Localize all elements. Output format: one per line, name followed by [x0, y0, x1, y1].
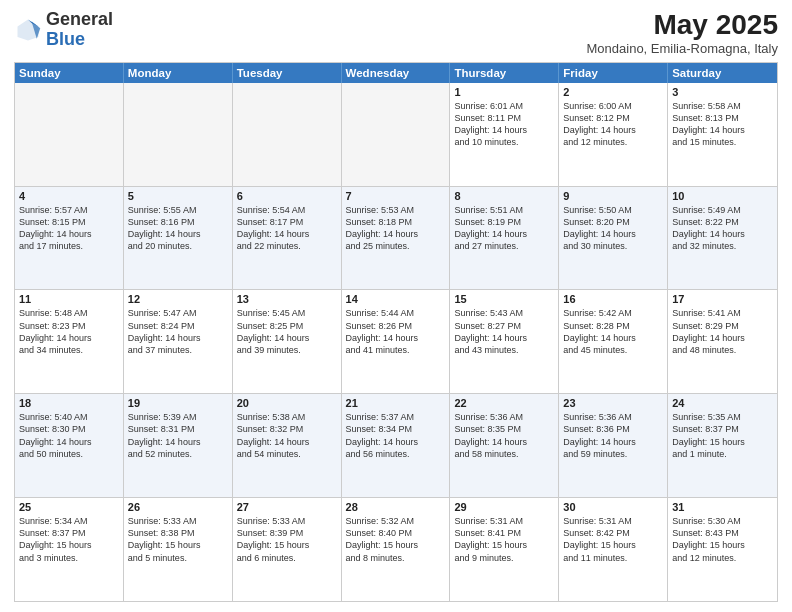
cell-info: Sunrise: 5:36 AM Sunset: 8:35 PM Dayligh…: [454, 411, 554, 460]
day-number: 13: [237, 293, 337, 305]
calendar-cell-r3-c2: 20Sunrise: 5:38 AM Sunset: 8:32 PM Dayli…: [233, 394, 342, 497]
header-tuesday: Tuesday: [233, 63, 342, 83]
calendar-row-0: 1Sunrise: 6:01 AM Sunset: 8:11 PM Daylig…: [15, 83, 777, 187]
day-number: 4: [19, 190, 119, 202]
cell-info: Sunrise: 5:36 AM Sunset: 8:36 PM Dayligh…: [563, 411, 663, 460]
calendar-row-4: 25Sunrise: 5:34 AM Sunset: 8:37 PM Dayli…: [15, 498, 777, 601]
cell-info: Sunrise: 5:31 AM Sunset: 8:41 PM Dayligh…: [454, 515, 554, 564]
cell-info: Sunrise: 5:45 AM Sunset: 8:25 PM Dayligh…: [237, 307, 337, 356]
header-sunday: Sunday: [15, 63, 124, 83]
header-monday: Monday: [124, 63, 233, 83]
calendar-cell-r4-c1: 26Sunrise: 5:33 AM Sunset: 8:38 PM Dayli…: [124, 498, 233, 601]
cell-info: Sunrise: 5:30 AM Sunset: 8:43 PM Dayligh…: [672, 515, 773, 564]
day-number: 29: [454, 501, 554, 513]
calendar-cell-r3-c1: 19Sunrise: 5:39 AM Sunset: 8:31 PM Dayli…: [124, 394, 233, 497]
header: General Blue May 2025 Mondaino, Emilia-R…: [14, 10, 778, 56]
calendar-cell-r1-c3: 7Sunrise: 5:53 AM Sunset: 8:18 PM Daylig…: [342, 187, 451, 290]
calendar-cell-r1-c2: 6Sunrise: 5:54 AM Sunset: 8:17 PM Daylig…: [233, 187, 342, 290]
calendar-cell-r1-c1: 5Sunrise: 5:55 AM Sunset: 8:16 PM Daylig…: [124, 187, 233, 290]
logo-text: General Blue: [46, 10, 113, 50]
cell-info: Sunrise: 5:40 AM Sunset: 8:30 PM Dayligh…: [19, 411, 119, 460]
calendar-cell-r0-c5: 2Sunrise: 6:00 AM Sunset: 8:12 PM Daylig…: [559, 83, 668, 186]
header-friday: Friday: [559, 63, 668, 83]
calendar-cell-r0-c2: [233, 83, 342, 186]
cell-info: Sunrise: 5:35 AM Sunset: 8:37 PM Dayligh…: [672, 411, 773, 460]
calendar-cell-r0-c4: 1Sunrise: 6:01 AM Sunset: 8:11 PM Daylig…: [450, 83, 559, 186]
cell-info: Sunrise: 5:49 AM Sunset: 8:22 PM Dayligh…: [672, 204, 773, 253]
logo-blue: Blue: [46, 29, 85, 49]
day-number: 10: [672, 190, 773, 202]
day-number: 14: [346, 293, 446, 305]
calendar-cell-r3-c6: 24Sunrise: 5:35 AM Sunset: 8:37 PM Dayli…: [668, 394, 777, 497]
calendar-cell-r3-c3: 21Sunrise: 5:37 AM Sunset: 8:34 PM Dayli…: [342, 394, 451, 497]
calendar-cell-r2-c1: 12Sunrise: 5:47 AM Sunset: 8:24 PM Dayli…: [124, 290, 233, 393]
day-number: 3: [672, 86, 773, 98]
calendar-cell-r4-c6: 31Sunrise: 5:30 AM Sunset: 8:43 PM Dayli…: [668, 498, 777, 601]
calendar-cell-r2-c0: 11Sunrise: 5:48 AM Sunset: 8:23 PM Dayli…: [15, 290, 124, 393]
calendar: Sunday Monday Tuesday Wednesday Thursday…: [14, 62, 778, 602]
cell-info: Sunrise: 5:50 AM Sunset: 8:20 PM Dayligh…: [563, 204, 663, 253]
cell-info: Sunrise: 5:43 AM Sunset: 8:27 PM Dayligh…: [454, 307, 554, 356]
day-number: 25: [19, 501, 119, 513]
day-number: 1: [454, 86, 554, 98]
calendar-row-2: 11Sunrise: 5:48 AM Sunset: 8:23 PM Dayli…: [15, 290, 777, 394]
title-block: May 2025 Mondaino, Emilia-Romagna, Italy: [587, 10, 778, 56]
day-number: 21: [346, 397, 446, 409]
day-number: 19: [128, 397, 228, 409]
day-number: 23: [563, 397, 663, 409]
calendar-row-1: 4Sunrise: 5:57 AM Sunset: 8:15 PM Daylig…: [15, 187, 777, 291]
calendar-cell-r2-c3: 14Sunrise: 5:44 AM Sunset: 8:26 PM Dayli…: [342, 290, 451, 393]
calendar-cell-r0-c3: [342, 83, 451, 186]
day-number: 20: [237, 397, 337, 409]
calendar-cell-r1-c5: 9Sunrise: 5:50 AM Sunset: 8:20 PM Daylig…: [559, 187, 668, 290]
cell-info: Sunrise: 5:37 AM Sunset: 8:34 PM Dayligh…: [346, 411, 446, 460]
calendar-cell-r2-c5: 16Sunrise: 5:42 AM Sunset: 8:28 PM Dayli…: [559, 290, 668, 393]
day-number: 8: [454, 190, 554, 202]
cell-info: Sunrise: 6:01 AM Sunset: 8:11 PM Dayligh…: [454, 100, 554, 149]
calendar-cell-r2-c4: 15Sunrise: 5:43 AM Sunset: 8:27 PM Dayli…: [450, 290, 559, 393]
header-saturday: Saturday: [668, 63, 777, 83]
calendar-cell-r4-c0: 25Sunrise: 5:34 AM Sunset: 8:37 PM Dayli…: [15, 498, 124, 601]
cell-info: Sunrise: 5:54 AM Sunset: 8:17 PM Dayligh…: [237, 204, 337, 253]
calendar-cell-r2-c2: 13Sunrise: 5:45 AM Sunset: 8:25 PM Dayli…: [233, 290, 342, 393]
day-number: 12: [128, 293, 228, 305]
calendar-cell-r0-c0: [15, 83, 124, 186]
cell-info: Sunrise: 5:51 AM Sunset: 8:19 PM Dayligh…: [454, 204, 554, 253]
calendar-body: 1Sunrise: 6:01 AM Sunset: 8:11 PM Daylig…: [15, 83, 777, 601]
day-number: 5: [128, 190, 228, 202]
calendar-cell-r1-c4: 8Sunrise: 5:51 AM Sunset: 8:19 PM Daylig…: [450, 187, 559, 290]
header-wednesday: Wednesday: [342, 63, 451, 83]
calendar-cell-r1-c6: 10Sunrise: 5:49 AM Sunset: 8:22 PM Dayli…: [668, 187, 777, 290]
logo-general: General: [46, 9, 113, 29]
cell-info: Sunrise: 5:41 AM Sunset: 8:29 PM Dayligh…: [672, 307, 773, 356]
cell-info: Sunrise: 5:31 AM Sunset: 8:42 PM Dayligh…: [563, 515, 663, 564]
cell-info: Sunrise: 5:32 AM Sunset: 8:40 PM Dayligh…: [346, 515, 446, 564]
calendar-header: Sunday Monday Tuesday Wednesday Thursday…: [15, 63, 777, 83]
calendar-cell-r4-c5: 30Sunrise: 5:31 AM Sunset: 8:42 PM Dayli…: [559, 498, 668, 601]
cell-info: Sunrise: 5:48 AM Sunset: 8:23 PM Dayligh…: [19, 307, 119, 356]
calendar-cell-r3-c4: 22Sunrise: 5:36 AM Sunset: 8:35 PM Dayli…: [450, 394, 559, 497]
day-number: 2: [563, 86, 663, 98]
day-number: 9: [563, 190, 663, 202]
cell-info: Sunrise: 5:33 AM Sunset: 8:38 PM Dayligh…: [128, 515, 228, 564]
month-title: May 2025: [587, 10, 778, 41]
cell-info: Sunrise: 5:34 AM Sunset: 8:37 PM Dayligh…: [19, 515, 119, 564]
day-number: 30: [563, 501, 663, 513]
day-number: 16: [563, 293, 663, 305]
calendar-cell-r3-c0: 18Sunrise: 5:40 AM Sunset: 8:30 PM Dayli…: [15, 394, 124, 497]
day-number: 27: [237, 501, 337, 513]
cell-info: Sunrise: 5:42 AM Sunset: 8:28 PM Dayligh…: [563, 307, 663, 356]
location-title: Mondaino, Emilia-Romagna, Italy: [587, 41, 778, 56]
cell-info: Sunrise: 5:55 AM Sunset: 8:16 PM Dayligh…: [128, 204, 228, 253]
header-thursday: Thursday: [450, 63, 559, 83]
calendar-cell-r0-c6: 3Sunrise: 5:58 AM Sunset: 8:13 PM Daylig…: [668, 83, 777, 186]
cell-info: Sunrise: 5:57 AM Sunset: 8:15 PM Dayligh…: [19, 204, 119, 253]
day-number: 11: [19, 293, 119, 305]
cell-info: Sunrise: 6:00 AM Sunset: 8:12 PM Dayligh…: [563, 100, 663, 149]
calendar-cell-r4-c3: 28Sunrise: 5:32 AM Sunset: 8:40 PM Dayli…: [342, 498, 451, 601]
day-number: 15: [454, 293, 554, 305]
calendar-cell-r4-c4: 29Sunrise: 5:31 AM Sunset: 8:41 PM Dayli…: [450, 498, 559, 601]
cell-info: Sunrise: 5:39 AM Sunset: 8:31 PM Dayligh…: [128, 411, 228, 460]
cell-info: Sunrise: 5:38 AM Sunset: 8:32 PM Dayligh…: [237, 411, 337, 460]
day-number: 17: [672, 293, 773, 305]
